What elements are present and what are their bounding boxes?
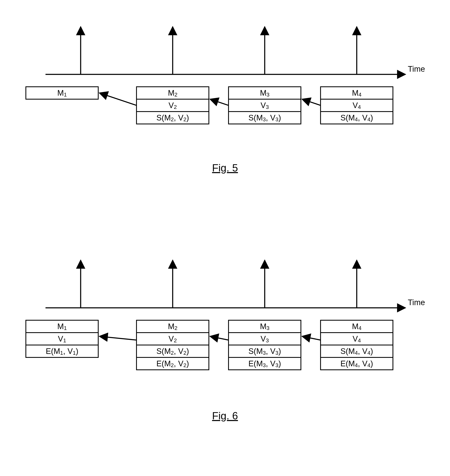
fig5-block-3: M3V3S(M3, V3) xyxy=(229,87,301,124)
time-axis-label: Time xyxy=(408,298,425,307)
fig6-block-4: M4V4S(M4, V4)E(M4, V4) xyxy=(320,320,393,370)
fig6-link-2 xyxy=(210,336,229,340)
fig6-caption: Fig. 6 xyxy=(212,410,238,422)
fig5-block-4: M4V4S(M4, V4) xyxy=(320,87,393,124)
time-axis-label: Time xyxy=(408,65,425,73)
fig6-block-1: M1V1E(M1, V1) xyxy=(26,320,98,357)
fig6-block-2: M2V2S(M2, V2)E(M2, V2) xyxy=(136,320,209,370)
fig6-block-3: M3V3S(M3, V3)E(M3, V3) xyxy=(229,320,301,370)
fig6-link-3 xyxy=(302,336,320,340)
fig5-link-3 xyxy=(302,99,320,105)
fig5-link-1 xyxy=(100,93,136,105)
fig5-link-2 xyxy=(210,99,229,105)
fig5-caption: Fig. 5 xyxy=(212,162,238,174)
fig6-link-1 xyxy=(100,336,136,340)
fig5-block-2: M2V2S(M2, V2) xyxy=(136,87,209,124)
fig5-block-1: M1 xyxy=(26,87,98,99)
